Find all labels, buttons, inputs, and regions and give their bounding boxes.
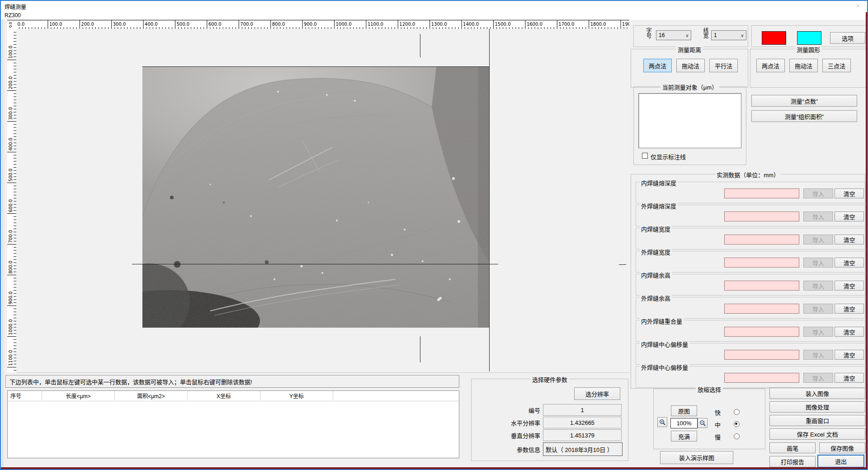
menu-bar [1, 12, 867, 20]
svg-text:100.0: 100.0 [49, 22, 62, 27]
measured-value-input[interactable] [724, 258, 799, 268]
distance-two-point-button[interactable]: 两点法 [643, 59, 672, 72]
result-table-column-header[interactable]: 序号 [8, 391, 42, 400]
image-extent-vline [489, 29, 490, 371]
show-annotation-only-label: 仅显示标注线 [651, 152, 686, 161]
vertical-resolution-field[interactable]: 1.451379 [543, 429, 622, 441]
svg-text:1800.0: 1800.0 [590, 22, 606, 27]
original-size-button[interactable]: 原图 [671, 405, 697, 416]
options-button[interactable]: 选项 [830, 32, 865, 44]
measured-value-input[interactable] [724, 373, 799, 383]
import-button[interactable]: 导入 [803, 350, 833, 360]
measure-points-button[interactable]: 测量“点数” [751, 95, 857, 107]
circle-two-point-button[interactable]: 两点法 [756, 59, 785, 72]
redraw-window-button[interactable]: 重画窗口 [769, 415, 865, 426]
measure-tissue-area-button[interactable]: 测量“组织面积” [751, 110, 857, 122]
image-canvas[interactable] [16, 29, 630, 373]
clear-button[interactable]: 清空 [835, 281, 864, 291]
result-table[interactable]: 序号长度<μm>面积<μm2>X坐标Y坐标 [7, 390, 459, 458]
circle-drag-button[interactable]: 拖动法 [789, 59, 818, 72]
device-id-field[interactable]: 1 [543, 404, 622, 416]
measured-value-input[interactable] [724, 281, 799, 291]
speed-slow-radio[interactable] [734, 433, 740, 439]
save-image-button[interactable]: 保存图像 [819, 442, 865, 453]
select-resolution-button[interactable]: 选分辨率 [574, 387, 620, 400]
measured-value-input[interactable] [724, 350, 799, 360]
font-line-settings-box: 字号 16 ∨ 线宽 1 ∨ [633, 25, 748, 47]
distance-parallel-button[interactable]: 平行法 [709, 59, 738, 72]
measured-value-input[interactable] [724, 235, 799, 244]
param-info-field[interactable]: 默认（ 2018年3月10日 ） [543, 442, 623, 456]
svg-text:300.0: 300.0 [113, 22, 126, 27]
import-button[interactable]: 导入 [803, 304, 833, 314]
import-button[interactable]: 导入 [803, 373, 833, 383]
result-table-column-header[interactable]: Y坐标 [260, 391, 333, 400]
measured-value-input[interactable] [724, 212, 799, 221]
horizontal-resolution-field[interactable]: 1.432665 [543, 417, 622, 428]
import-button[interactable]: 导入 [803, 188, 833, 198]
menu-rz300[interactable]: RZ300 [5, 12, 21, 19]
load-image-button[interactable]: 装入图像 [769, 388, 865, 399]
clear-button[interactable]: 清空 [835, 327, 864, 337]
measured-value-input[interactable] [724, 188, 799, 198]
exit-button[interactable]: 退出 [817, 455, 864, 468]
result-table-column-header[interactable]: 面积<μm2> [115, 391, 188, 400]
zoom-out-button[interactable] [698, 418, 708, 428]
font-size-select[interactable]: 16 ∨ [656, 30, 691, 40]
svg-text:900.0: 900.0 [8, 291, 13, 305]
list-hint-bar: 下边列表中，单击鼠标左键可选中某一行数据，该数据可被导入；单击鼠标右键可删除该数… [5, 375, 459, 388]
clear-button[interactable]: 清空 [835, 350, 864, 360]
clear-button[interactable]: 清空 [835, 258, 864, 268]
zoom-percent-field[interactable]: 100% [670, 418, 698, 428]
primary-color-swatch[interactable] [762, 31, 786, 45]
clear-button[interactable]: 清空 [835, 235, 864, 244]
load-demo-image-button[interactable]: 装入演示样图 [660, 451, 733, 464]
measured-row-label: 外焊缝中心偏移量 [640, 363, 689, 371]
speed-fast-label: 快 [715, 408, 721, 417]
distance-drag-button[interactable]: 拖动法 [676, 59, 705, 72]
measured-row-label: 外焊缝熔深度 [640, 202, 678, 210]
process-image-button[interactable]: 图像处理 [769, 401, 865, 413]
measured-row: 内焊缝宽度导入清空 [636, 228, 866, 249]
fit-window-button[interactable]: 充满 [671, 431, 697, 442]
zoom-in-button[interactable] [657, 417, 667, 427]
import-button[interactable]: 导入 [803, 258, 833, 268]
line-width-select[interactable]: 1 ∨ [711, 30, 746, 40]
import-button[interactable]: 导入 [803, 235, 833, 244]
import-button[interactable]: 导入 [803, 327, 833, 337]
measured-row: 内外焊缝重合量导入清空 [636, 320, 866, 342]
result-table-column-header[interactable]: 长度<μm> [42, 391, 115, 400]
line-width-value: 1 [712, 32, 739, 38]
clear-button[interactable]: 清空 [835, 188, 864, 198]
measurement-listbox[interactable] [638, 93, 741, 148]
svg-text:600.0: 600.0 [8, 199, 13, 212]
measure-circle-title: 测量圆形 [795, 45, 822, 54]
measured-value-input[interactable] [724, 327, 799, 337]
secondary-color-swatch[interactable] [797, 31, 821, 45]
svg-text:300.0: 300.0 [8, 107, 13, 120]
clear-button[interactable]: 清空 [835, 304, 864, 314]
svg-text:100.0: 100.0 [8, 46, 13, 59]
show-annotation-only-checkbox[interactable] [642, 153, 648, 159]
result-table-column-header[interactable]: X坐标 [188, 391, 260, 400]
clear-button[interactable]: 清空 [835, 373, 864, 383]
circle-three-point-button[interactable]: 三点法 [822, 59, 851, 72]
close-icon[interactable]: × [856, 2, 860, 9]
measured-row-label: 外焊缝宽度 [640, 248, 672, 256]
hardware-params-group: 选择硬件参数 选分辨率 编号 1 水平分辨率 1.432665 垂直分辨率 1.… [471, 379, 628, 461]
measured-row: 内焊缝熔深度导入清空 [636, 182, 866, 203]
clear-button[interactable]: 清空 [835, 212, 864, 221]
measured-data-group: 实测数据（单位：mm） 内焊缝熔深度导入清空外焊缝熔深度导入清空内焊缝宽度导入清… [631, 174, 865, 389]
measured-data-title: 实测数据（单位：mm） [715, 170, 781, 179]
measure-distance-title: 测量距离 [676, 45, 703, 54]
save-excel-button[interactable]: 保存 Excel 文档 [769, 428, 865, 440]
speed-fast-radio[interactable] [734, 409, 740, 415]
import-button[interactable]: 导入 [803, 212, 833, 221]
print-report-button[interactable]: 打印报告 [769, 456, 816, 467]
line-width-label: 线宽 [702, 28, 708, 38]
pen-button[interactable]: 画笔 [769, 442, 816, 453]
app-window: 焊缝测量 × RZ300 0.0100.0200.0300.0400.0500.… [0, 0, 868, 470]
import-button[interactable]: 导入 [803, 281, 833, 291]
measured-value-input[interactable] [724, 304, 799, 314]
speed-medium-radio[interactable] [734, 421, 740, 427]
